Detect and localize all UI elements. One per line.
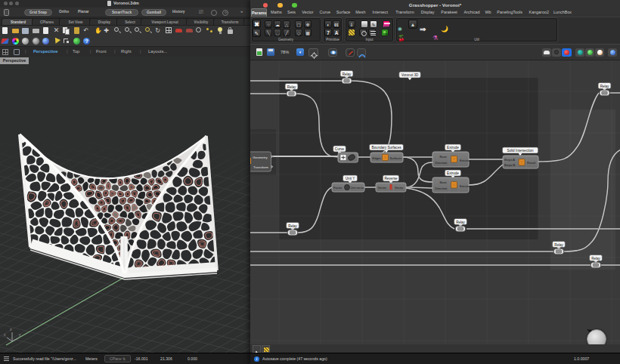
svg-text:Unit Y: Unit Y [346, 177, 355, 180]
svg-text:Relay: Relay [288, 224, 297, 228]
svg-text:Relay: Relay [287, 85, 296, 89]
svg-text:Solid Intersection: Solid Intersection [507, 149, 534, 153]
svg-text:Vector: Vector [395, 186, 404, 190]
svg-text:Base: Base [440, 155, 448, 159]
svg-text:Relay: Relay [600, 85, 609, 88]
svg-text:Edges: Edges [373, 156, 381, 160]
svg-text:Surfaces: Surfaces [390, 156, 402, 160]
svg-text:Relay: Relay [554, 243, 563, 247]
svg-text:Unit vector: Unit vector [351, 187, 365, 190]
svg-text:Factor: Factor [333, 186, 343, 190]
svg-text:Relay: Relay [456, 221, 465, 224]
svg-text:Geometry: Geometry [253, 156, 268, 159]
svg-text:Reverse: Reverse [384, 177, 398, 180]
svg-text:Transform: Transform [253, 165, 268, 169]
svg-text:Direction: Direction [436, 187, 448, 190]
svg-text:Breps A: Breps A [504, 158, 515, 162]
svg-text:Relay: Relay [591, 257, 600, 261]
svg-text:Extrusion: Extrusion [460, 159, 471, 162]
svg-text:Voronoi 3D: Voronoi 3D [401, 73, 419, 77]
svg-text:Relay: Relay [343, 72, 352, 76]
svg-text:Extrude: Extrude [447, 171, 459, 175]
svg-text:Boundary Surfaces: Boundary Surfaces [371, 146, 401, 150]
svg-text:Base: Base [440, 180, 448, 184]
svg-text:Result: Result [527, 161, 536, 165]
svg-text:Breps B: Breps B [504, 163, 516, 167]
svg-text:Vector: Vector [378, 186, 387, 190]
svg-text:Direction: Direction [436, 161, 448, 165]
svg-text:Curve: Curve [335, 147, 345, 151]
svg-text:Extrude: Extrude [447, 146, 459, 150]
svg-text:Extrusion: Extrusion [460, 185, 471, 188]
